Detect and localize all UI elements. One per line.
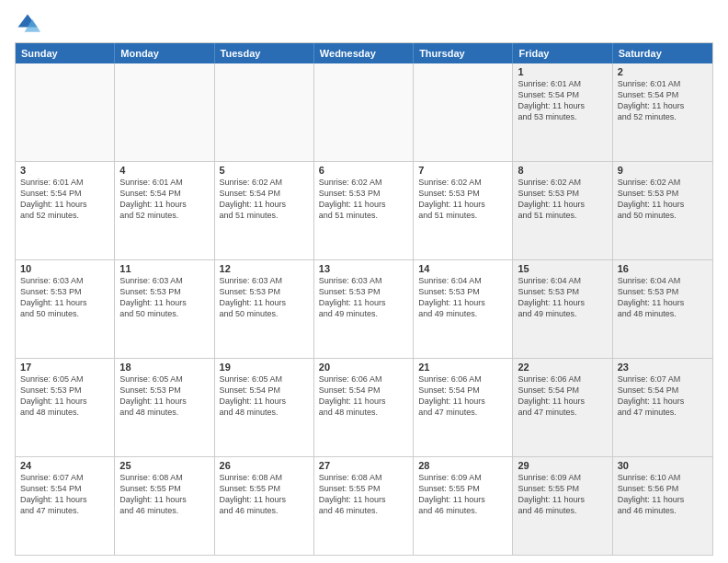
logo-icon: [15, 11, 40, 37]
calendar-cell: 21Sunrise: 6:06 AM Sunset: 5:54 PM Dayli…: [414, 359, 513, 456]
day-info: Sunrise: 6:02 AM Sunset: 5:53 PM Dayligh…: [618, 177, 708, 222]
calendar-cell: 12Sunrise: 6:03 AM Sunset: 5:53 PM Dayli…: [215, 260, 314, 358]
day-number: 14: [418, 263, 507, 274]
day-info: Sunrise: 6:07 AM Sunset: 5:54 PM Dayligh…: [618, 373, 708, 419]
logo: [15, 11, 44, 37]
calendar-cell: [115, 63, 214, 161]
calendar-cell: 2Sunrise: 6:01 AM Sunset: 5:54 PM Daylig…: [613, 63, 712, 161]
calendar-cell: 10Sunrise: 6:03 AM Sunset: 5:53 PM Dayli…: [16, 260, 115, 358]
calendar-header-cell: Friday: [513, 43, 612, 63]
calendar-cell: 27Sunrise: 6:08 AM Sunset: 5:55 PM Dayli…: [314, 457, 414, 555]
calendar-header-cell: Wednesday: [314, 43, 414, 63]
calendar-cell: 14Sunrise: 6:04 AM Sunset: 5:53 PM Dayli…: [414, 260, 513, 358]
calendar-cell: [16, 63, 115, 161]
day-number: 13: [319, 263, 408, 274]
day-info: Sunrise: 6:04 AM Sunset: 5:53 PM Dayligh…: [418, 275, 507, 320]
calendar-page: SundayMondayTuesdayWednesdayThursdayFrid…: [0, 0, 728, 563]
day-number: 6: [319, 165, 408, 176]
calendar-cell: 29Sunrise: 6:09 AM Sunset: 5:55 PM Dayli…: [513, 457, 612, 555]
day-number: 20: [319, 362, 408, 373]
day-number: 19: [220, 362, 309, 373]
day-info: Sunrise: 6:09 AM Sunset: 5:55 PM Dayligh…: [418, 472, 507, 517]
day-info: Sunrise: 6:05 AM Sunset: 5:53 PM Dayligh…: [20, 373, 109, 419]
day-info: Sunrise: 6:01 AM Sunset: 5:54 PM Dayligh…: [20, 177, 109, 222]
day-number: 7: [418, 165, 507, 176]
day-info: Sunrise: 6:07 AM Sunset: 5:54 PM Dayligh…: [20, 472, 109, 517]
day-info: Sunrise: 6:04 AM Sunset: 5:53 PM Dayligh…: [618, 275, 708, 320]
day-info: Sunrise: 6:04 AM Sunset: 5:53 PM Dayligh…: [518, 275, 607, 320]
day-info: Sunrise: 6:06 AM Sunset: 5:54 PM Dayligh…: [518, 373, 607, 419]
calendar-cell: 25Sunrise: 6:08 AM Sunset: 5:55 PM Dayli…: [115, 457, 214, 555]
calendar-cell: [314, 63, 414, 161]
day-info: Sunrise: 6:05 AM Sunset: 5:53 PM Dayligh…: [119, 373, 209, 419]
day-info: Sunrise: 6:09 AM Sunset: 5:55 PM Dayligh…: [518, 472, 607, 517]
calendar-cell: 17Sunrise: 6:05 AM Sunset: 5:53 PM Dayli…: [16, 359, 115, 456]
calendar-cell: 1Sunrise: 6:01 AM Sunset: 5:54 PM Daylig…: [513, 63, 612, 161]
day-number: 17: [20, 362, 109, 373]
calendar-cell: 19Sunrise: 6:05 AM Sunset: 5:54 PM Dayli…: [215, 359, 314, 456]
calendar-row: 17Sunrise: 6:05 AM Sunset: 5:53 PM Dayli…: [16, 358, 712, 456]
calendar-cell: 3Sunrise: 6:01 AM Sunset: 5:54 PM Daylig…: [16, 162, 115, 259]
day-number: 11: [119, 263, 209, 274]
day-info: Sunrise: 6:06 AM Sunset: 5:54 PM Dayligh…: [319, 373, 408, 419]
day-number: 27: [319, 460, 408, 471]
calendar-cell: 20Sunrise: 6:06 AM Sunset: 5:54 PM Dayli…: [314, 359, 414, 456]
day-info: Sunrise: 6:02 AM Sunset: 5:53 PM Dayligh…: [418, 177, 507, 222]
calendar-header-cell: Sunday: [16, 43, 115, 63]
day-number: 2: [618, 66, 708, 77]
day-info: Sunrise: 6:06 AM Sunset: 5:54 PM Dayligh…: [418, 373, 507, 419]
day-number: 16: [618, 263, 708, 274]
calendar-cell: 30Sunrise: 6:10 AM Sunset: 5:56 PM Dayli…: [613, 457, 712, 555]
calendar-header-cell: Monday: [115, 43, 214, 63]
day-info: Sunrise: 6:08 AM Sunset: 5:55 PM Dayligh…: [319, 472, 408, 517]
day-info: Sunrise: 6:03 AM Sunset: 5:53 PM Dayligh…: [20, 275, 109, 320]
day-info: Sunrise: 6:03 AM Sunset: 5:53 PM Dayligh…: [220, 275, 309, 320]
day-info: Sunrise: 6:03 AM Sunset: 5:53 PM Dayligh…: [319, 275, 408, 320]
day-info: Sunrise: 6:05 AM Sunset: 5:54 PM Dayligh…: [220, 373, 309, 419]
calendar-cell: [414, 63, 513, 161]
calendar-row: 1Sunrise: 6:01 AM Sunset: 5:54 PM Daylig…: [16, 63, 712, 161]
day-info: Sunrise: 6:10 AM Sunset: 5:56 PM Dayligh…: [618, 472, 708, 517]
day-number: 22: [518, 362, 607, 373]
calendar-header-cell: Tuesday: [215, 43, 314, 63]
day-info: Sunrise: 6:02 AM Sunset: 5:54 PM Dayligh…: [220, 177, 309, 222]
calendar-row: 3Sunrise: 6:01 AM Sunset: 5:54 PM Daylig…: [16, 161, 712, 259]
day-number: 28: [418, 460, 507, 471]
day-number: 21: [418, 362, 507, 373]
day-number: 10: [20, 263, 109, 274]
day-number: 24: [20, 460, 109, 471]
calendar-cell: 5Sunrise: 6:02 AM Sunset: 5:54 PM Daylig…: [215, 162, 314, 259]
day-number: 4: [119, 165, 209, 176]
day-info: Sunrise: 6:01 AM Sunset: 5:54 PM Dayligh…: [518, 78, 607, 123]
calendar-cell: 13Sunrise: 6:03 AM Sunset: 5:53 PM Dayli…: [314, 260, 414, 358]
day-number: 30: [618, 460, 708, 471]
calendar-cell: 18Sunrise: 6:05 AM Sunset: 5:53 PM Dayli…: [115, 359, 214, 456]
calendar-header-cell: Thursday: [414, 43, 513, 63]
calendar-row: 10Sunrise: 6:03 AM Sunset: 5:53 PM Dayli…: [16, 259, 712, 358]
calendar-cell: 15Sunrise: 6:04 AM Sunset: 5:53 PM Dayli…: [513, 260, 612, 358]
day-number: 29: [518, 460, 607, 471]
calendar-body: 1Sunrise: 6:01 AM Sunset: 5:54 PM Daylig…: [16, 63, 712, 555]
day-info: Sunrise: 6:01 AM Sunset: 5:54 PM Dayligh…: [119, 177, 209, 222]
day-number: 8: [518, 165, 607, 176]
calendar-cell: 28Sunrise: 6:09 AM Sunset: 5:55 PM Dayli…: [414, 457, 513, 555]
calendar-cell: 24Sunrise: 6:07 AM Sunset: 5:54 PM Dayli…: [16, 457, 115, 555]
day-info: Sunrise: 6:03 AM Sunset: 5:53 PM Dayligh…: [119, 275, 209, 320]
calendar-row: 24Sunrise: 6:07 AM Sunset: 5:54 PM Dayli…: [16, 456, 712, 555]
day-info: Sunrise: 6:02 AM Sunset: 5:53 PM Dayligh…: [319, 177, 408, 222]
calendar-cell: [215, 63, 314, 161]
calendar-cell: 7Sunrise: 6:02 AM Sunset: 5:53 PM Daylig…: [414, 162, 513, 259]
day-number: 25: [119, 460, 209, 471]
day-number: 1: [518, 66, 607, 77]
day-info: Sunrise: 6:01 AM Sunset: 5:54 PM Dayligh…: [618, 78, 708, 123]
calendar-cell: 9Sunrise: 6:02 AM Sunset: 5:53 PM Daylig…: [613, 162, 712, 259]
calendar-cell: 22Sunrise: 6:06 AM Sunset: 5:54 PM Dayli…: [513, 359, 612, 456]
calendar: SundayMondayTuesdayWednesdayThursdayFrid…: [15, 42, 713, 556]
day-info: Sunrise: 6:08 AM Sunset: 5:55 PM Dayligh…: [119, 472, 209, 517]
calendar-cell: 16Sunrise: 6:04 AM Sunset: 5:53 PM Dayli…: [613, 260, 712, 358]
calendar-cell: 6Sunrise: 6:02 AM Sunset: 5:53 PM Daylig…: [314, 162, 414, 259]
day-number: 12: [220, 263, 309, 274]
calendar-cell: 4Sunrise: 6:01 AM Sunset: 5:54 PM Daylig…: [115, 162, 214, 259]
calendar-cell: 8Sunrise: 6:02 AM Sunset: 5:53 PM Daylig…: [513, 162, 612, 259]
day-number: 9: [618, 165, 708, 176]
